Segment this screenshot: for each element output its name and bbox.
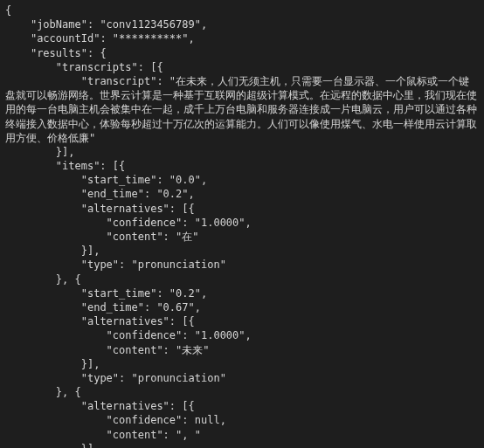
code-line: {: [5, 4, 11, 17]
code-line: "confidence": "1.0000",: [5, 217, 252, 229]
code-line: }],: [5, 443, 100, 448]
code-line: }],: [5, 245, 100, 257]
code-line: "content": "在": [5, 231, 199, 243]
code-line: "content": ", ": [5, 429, 201, 441]
code-line: "start_time": "0.2",: [5, 287, 207, 300]
code-line: "type": "pronunciation": [5, 372, 226, 384]
code-line: "transcripts": [{: [5, 61, 163, 73]
code-line: "results": {: [5, 47, 107, 59]
code-line: "alternatives": [{: [5, 400, 195, 412]
code-line: "transcript": "在未来，人们无须主机，只需要一台显示器、一个鼠标或…: [5, 75, 477, 144]
code-line: "accountId": "**********",: [5, 32, 195, 45]
code-line: "jobName": "conv1123456789",: [5, 18, 207, 31]
code-line: }, {: [5, 386, 81, 398]
code-line: "content": "未来": [5, 344, 210, 356]
code-line: "end_time": "0.67",: [5, 301, 201, 314]
code-line: "confidence": "1.0000",: [5, 329, 252, 341]
code-line: "alternatives": [{: [5, 203, 195, 215]
code-line: }],: [5, 358, 100, 370]
code-line: "end_time": "0.2",: [5, 188, 195, 200]
code-line: "alternatives": [{: [5, 315, 195, 327]
code-line: "start_time": "0.0",: [5, 174, 207, 186]
code-line: }],: [5, 146, 74, 158]
json-code-block: { "jobName": "conv1123456789", "accountI…: [0, 0, 484, 448]
code-line: "confidence": null,: [5, 414, 226, 426]
code-line: }, {: [5, 273, 81, 286]
code-line: "type": "pronunciation": [5, 258, 226, 271]
code-line: "items": [{: [5, 160, 125, 172]
